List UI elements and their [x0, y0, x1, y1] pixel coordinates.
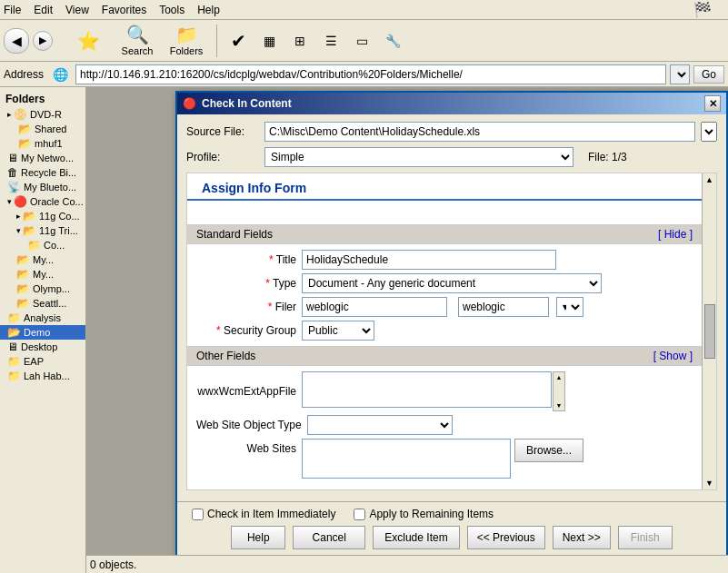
view4-icon: ▭ — [356, 35, 368, 47]
menu-help[interactable]: Help — [197, 4, 220, 16]
sidebar-item-demo[interactable]: 📂 Demo — [0, 325, 85, 340]
checkmark-button[interactable]: ✔ — [224, 23, 252, 59]
view1-icon: ▦ — [264, 35, 275, 47]
search-icon: 🔍 — [126, 25, 149, 44]
separator-1 — [216, 25, 217, 57]
apply-remaining-text: Apply to Remaining Items — [369, 508, 494, 520]
folder-icon-lah: 📁 — [7, 370, 21, 382]
address-dropdown[interactable] — [670, 64, 690, 84]
modal-close-button[interactable]: ✕ — [704, 95, 721, 112]
ws-object-type-select[interactable] — [307, 415, 453, 435]
tools-button[interactable]: 🔧 — [379, 23, 406, 59]
sidebar-item-14[interactable]: 📁 Analysis — [0, 311, 85, 325]
sidebar-item-13[interactable]: 📂 Seattl... — [0, 296, 85, 311]
type-select[interactable]: Document - Any generic document — [302, 273, 602, 293]
sidebar-item-4[interactable]: 🗑 Recycle Bi... — [0, 165, 85, 180]
finish-button[interactable]: Finish — [618, 526, 673, 549]
sidebar-item-eap[interactable]: 📁 EAP — [0, 354, 85, 369]
sidebar-item-1[interactable]: 📂 Shared — [0, 122, 85, 136]
address-label: Address — [4, 68, 49, 81]
view1-button[interactable]: ▦ — [255, 23, 283, 59]
go-button[interactable]: Go — [693, 65, 724, 84]
view3-button[interactable]: ☰ — [317, 23, 344, 59]
sidebar-item-2[interactable]: 📂 mhuf1 — [0, 136, 85, 151]
sidebar-item-12[interactable]: 📂 Olymp... — [0, 282, 85, 296]
menu-edit[interactable]: Edit — [34, 4, 53, 16]
sidebar-item-label-2: mhuf1 — [35, 138, 63, 149]
source-file-input[interactable] — [264, 122, 695, 142]
hide-button[interactable]: [ Hide ] — [658, 228, 693, 241]
menu-file[interactable]: File — [4, 4, 21, 16]
security-group-select[interactable]: Public — [302, 321, 374, 341]
sidebar-item-7[interactable]: ▸ 📂 11g Co... — [0, 209, 85, 223]
scroll-down-icon[interactable]: ▼ — [556, 402, 563, 409]
back-button[interactable]: ◀ — [4, 28, 29, 54]
main-area: Folders ▸ 📀 DVD-R 📂 Shared 📂 mhuf1 🖥 My … — [0, 87, 728, 573]
menu-view[interactable]: View — [65, 4, 89, 16]
sidebar-item-0[interactable]: ▸ 📀 DVD-R — [0, 107, 85, 122]
sidebar: Folders ▸ 📀 DVD-R 📂 Shared 📂 mhuf1 🖥 My … — [0, 87, 86, 573]
view2-button[interactable]: ⊞ — [286, 23, 314, 59]
view3-icon: ☰ — [325, 35, 337, 47]
filer-field-row: * Filer ▾ — [196, 297, 693, 317]
view4-button[interactable]: ▭ — [348, 23, 375, 59]
ws-object-type-row: Web Site Object Type — [196, 415, 693, 435]
ext-app-file-textarea[interactable] — [302, 371, 552, 408]
ext-app-file-wrapper: ▲ ▼ — [302, 371, 565, 411]
forward-button[interactable]: ▶ — [33, 31, 53, 51]
cancel-button[interactable]: Cancel — [293, 526, 365, 549]
scroll-thumb[interactable] — [704, 304, 715, 359]
web-sites-textarea[interactable] — [302, 439, 511, 479]
type-field-row: * Type Document - Any generic document — [196, 273, 693, 293]
source-file-dropdown[interactable]: ▾ — [701, 122, 717, 142]
check-in-immediately-checkbox[interactable] — [192, 509, 204, 520]
sidebar-item-11[interactable]: 📂 My... — [0, 267, 85, 282]
checkmark-icon: ✔ — [231, 32, 246, 50]
scroll-bottom-icon[interactable]: ▼ — [705, 479, 713, 488]
search-button[interactable]: 🔍 Search — [115, 23, 160, 59]
sidebar-item-label-1: Shared — [35, 123, 66, 134]
other-fields-section: Other Fields [ Show ] — [187, 346, 702, 366]
profile-select[interactable]: Simple — [264, 147, 573, 167]
previous-button[interactable]: << Previous — [467, 526, 545, 549]
favorites-button[interactable]: ⭐ — [65, 23, 111, 59]
modal-titlebar: 🔴 Check In Content ✕ — [177, 93, 726, 114]
scroll-up-icon[interactable]: ▲ — [556, 374, 563, 380]
filer-secondary-input[interactable] — [458, 297, 549, 317]
next-button[interactable]: Next >> — [553, 526, 611, 549]
sidebar-item-9[interactable]: 📁 Co... — [0, 238, 85, 252]
apply-remaining-checkbox[interactable] — [354, 509, 365, 520]
address-input[interactable] — [75, 64, 666, 84]
folders-button[interactable]: 📁 Folders — [164, 23, 209, 59]
scroll-top-icon[interactable]: ▲ — [705, 175, 713, 184]
scroll-thumb-wrapper — [704, 184, 715, 479]
sidebar-item-8[interactable]: ▾ 📂 11g Tri... — [0, 223, 85, 238]
menu-favorites[interactable]: Favorites — [102, 4, 146, 16]
folder-icon-7: 📂 — [23, 210, 36, 222]
modal-footer: Check in Item Immediately Apply to Remai… — [177, 501, 726, 555]
standard-fields-label: Standard Fields — [196, 228, 273, 241]
browse-button[interactable]: Browse... — [514, 439, 583, 462]
form-scrollbar: ▲ ▼ — [702, 173, 716, 489]
sidebar-item-6[interactable]: ▾ 🔴 Oracle Co... — [0, 194, 85, 209]
menubar: File Edit View Favorites Tools Help 🏁 — [0, 0, 728, 20]
exclude-item-button[interactable]: Exclude Item — [373, 526, 459, 549]
check-in-immediately-label: Check in Item Immediately — [192, 508, 335, 520]
sidebar-item-lah[interactable]: 📁 Lah Hab... — [0, 369, 85, 383]
filer-select[interactable]: ▾ — [556, 297, 583, 317]
filer-input[interactable] — [302, 297, 447, 317]
sidebar-item-desktop[interactable]: 🖥 Desktop — [0, 340, 85, 354]
sidebar-item-10[interactable]: 📂 My... — [0, 252, 85, 267]
title-label: * Title — [196, 253, 296, 266]
sidebar-item-3[interactable]: 🖥 My Netwo... — [0, 151, 85, 165]
sidebar-item-label-12: Olymp... — [33, 283, 70, 294]
menu-tools[interactable]: Tools — [159, 4, 184, 16]
sidebar-item-5[interactable]: 📡 My Blueto... — [0, 180, 85, 194]
sidebar-item-label-9: Co... — [44, 240, 65, 251]
sidebar-item-label-11: My... — [33, 269, 54, 280]
ext-app-file-row: wwxWcmExtAppFile ▲ ▼ — [196, 371, 693, 411]
ext-app-file-label: wwxWcmExtAppFile — [196, 385, 296, 398]
title-input[interactable] — [302, 250, 556, 270]
help-button[interactable]: Help — [231, 526, 285, 549]
show-button[interactable]: [ Show ] — [653, 350, 693, 362]
